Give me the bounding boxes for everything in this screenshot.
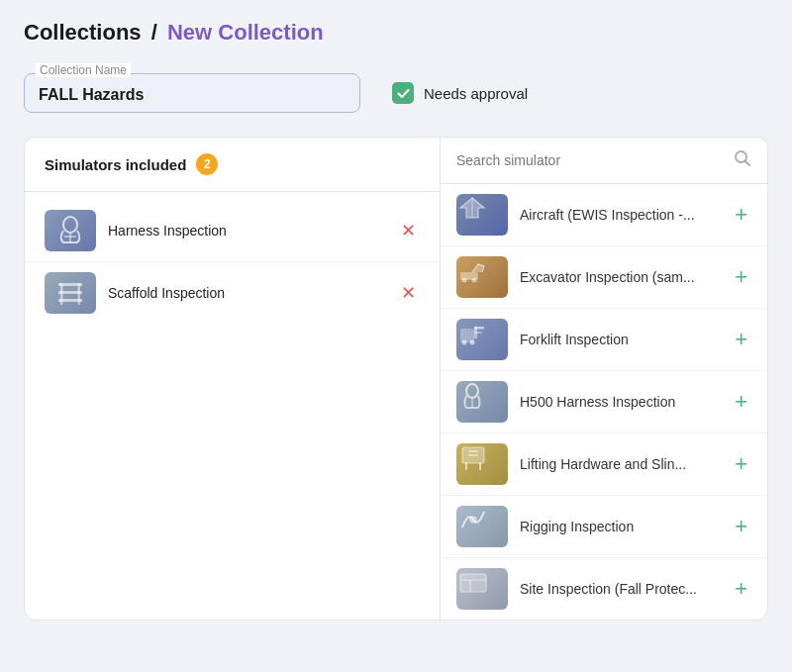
needs-approval-checkbox[interactable]: [392, 82, 414, 104]
rigging-thumbnail: [456, 506, 508, 547]
forklift-name: Forklift Inspection: [520, 332, 719, 347]
site-add-button[interactable]: +: [731, 576, 751, 602]
svg-point-0: [63, 217, 77, 233]
simulators-included-label: Simulators included: [45, 156, 186, 173]
breadcrumb-separator: /: [151, 20, 157, 45]
harness2-thumbnail: [456, 381, 508, 423]
list-item: Forklift Inspection +: [441, 309, 767, 371]
top-row: Collection Name Needs approval: [24, 73, 768, 113]
collection-name-field: Collection Name: [24, 73, 360, 113]
svg-rect-7: [78, 283, 81, 305]
list-item: Harness Inspection ✕: [25, 200, 440, 262]
aircraft-thumbnail: [456, 194, 508, 236]
svg-point-13: [472, 278, 477, 283]
needs-approval-row: Needs approval: [392, 82, 528, 104]
list-item: Site Inspection (Fall Protec... +: [441, 558, 767, 620]
forklift-thumbnail: [456, 319, 508, 360]
simulators-included-header: Simulators included 2: [25, 138, 440, 192]
site-name: Site Inspection (Fall Protec...: [520, 581, 719, 597]
aircraft-add-button[interactable]: +: [731, 202, 751, 228]
excavator-thumbnail: [456, 256, 508, 298]
svg-point-25: [470, 517, 476, 523]
svg-rect-26: [460, 574, 486, 592]
svg-line-9: [745, 161, 750, 166]
scaffold-remove-button[interactable]: ✕: [397, 282, 420, 304]
lifting-name: Lifting Hardware and Slin...: [520, 456, 719, 472]
harness2-add-button[interactable]: +: [731, 389, 751, 415]
included-simulator-list: Harness Inspection ✕ Scaffold Inspection…: [25, 192, 440, 620]
collections-link[interactable]: Collections: [24, 20, 142, 45]
svg-rect-17: [474, 332, 482, 334]
list-item: Excavator Inspection (sam... +: [441, 246, 767, 309]
svg-point-12: [462, 278, 467, 283]
scaffold-thumbnail: [45, 272, 96, 314]
search-input[interactable]: [456, 152, 726, 168]
list-item: Rigging Inspection +: [441, 496, 767, 558]
svg-point-20: [466, 384, 478, 398]
site-thumbnail: [456, 568, 508, 610]
search-bar: [441, 138, 767, 184]
list-item: Lifting Hardware and Slin... +: [441, 433, 767, 496]
list-item: Aircraft (EWIS Inspection -... +: [441, 184, 767, 246]
scaffold-inspection-name: Scaffold Inspection: [108, 285, 385, 301]
aircraft-name: Aircraft (EWIS Inspection -...: [520, 207, 719, 223]
svg-rect-16: [474, 327, 484, 330]
harness-thumbnail: [45, 210, 96, 251]
excavator-name: Excavator Inspection (sam...: [520, 269, 719, 285]
main-panel: Simulators included 2 Harness Inspection…: [24, 137, 768, 621]
breadcrumb: Collections / New Collection: [24, 20, 768, 46]
left-panel: Simulators included 2 Harness Inspection…: [25, 138, 441, 620]
svg-point-19: [470, 340, 475, 345]
harness-remove-button[interactable]: ✕: [397, 220, 420, 241]
needs-approval-label: Needs approval: [424, 85, 528, 102]
rigging-add-button[interactable]: +: [731, 514, 751, 539]
lifting-add-button[interactable]: +: [731, 451, 751, 477]
new-collection-title: New Collection: [167, 20, 324, 45]
available-simulator-list: Aircraft (EWIS Inspection -... + Excavat…: [441, 184, 767, 620]
right-panel: Aircraft (EWIS Inspection -... + Excavat…: [441, 138, 767, 620]
collection-name-input[interactable]: [24, 73, 360, 113]
harness-inspection-name: Harness Inspection: [108, 223, 385, 239]
list-item: H500 Harness Inspection +: [441, 371, 767, 433]
svg-point-18: [462, 340, 467, 345]
simulators-count-badge: 2: [196, 153, 218, 175]
search-icon: [734, 149, 751, 171]
excavator-add-button[interactable]: +: [731, 264, 751, 290]
lifting-thumbnail: [456, 443, 508, 485]
rigging-name: Rigging Inspection: [520, 519, 719, 534]
svg-rect-6: [60, 283, 63, 305]
list-item: Scaffold Inspection ✕: [25, 262, 440, 324]
harness2-name: H500 Harness Inspection: [520, 394, 719, 410]
forklift-add-button[interactable]: +: [731, 327, 751, 352]
